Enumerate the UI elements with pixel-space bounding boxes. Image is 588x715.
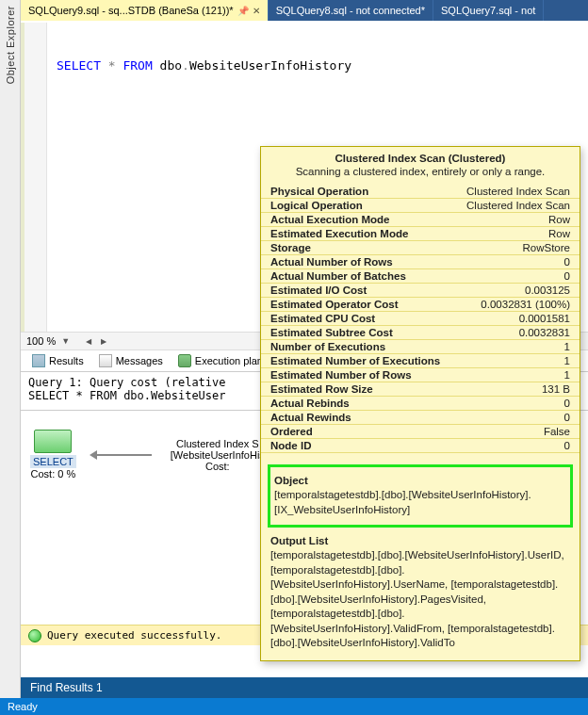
tooltip-row: Logical OperationClustered Index Scan — [261, 199, 580, 213]
tab-label: SQLQuery7.sql - not — [441, 5, 535, 16]
tooltip-row: Estimated Execution ModeRow — [261, 227, 580, 241]
zoom-dropdown-icon[interactable]: ▼ — [59, 336, 70, 346]
tooltip-object-section: Object [temporalstagetestdb].[dbo].[Webs… — [268, 464, 573, 528]
ide-status-bar: Ready — [0, 698, 588, 715]
plan-tooltip: Clustered Index Scan (Clustered) Scannin… — [260, 146, 580, 661]
zoom-value: 100 % — [26, 335, 56, 347]
select-cost: Cost: 0 % — [30, 468, 76, 479]
plan-connector — [95, 454, 152, 456]
tab-query9[interactable]: SQLQuery9.sql - sq...STDB (BaneSa (121))… — [21, 0, 269, 21]
tooltip-row: Actual Number of Rows0 — [261, 255, 580, 269]
tooltip-subtitle: Scanning a clustered index, entirely or … — [261, 166, 580, 185]
tooltip-row: Node ID0 — [261, 439, 580, 453]
select-op-icon — [34, 430, 72, 453]
close-icon[interactable]: ✕ — [253, 6, 260, 16]
tooltip-row: Estimated CPU Cost0.0001581 — [261, 312, 580, 326]
tooltip-title: Clustered Index Scan (Clustered) — [261, 147, 580, 166]
tooltip-row: Estimated Operator Cost0.0032831 (100%) — [261, 298, 580, 312]
tab-label: SQLQuery8.sql - not connected* — [276, 5, 425, 16]
plan-node-select[interactable]: SELECT Cost: 0 % — [30, 430, 76, 479]
object-explorer-panel[interactable]: Object Explorer — [0, 0, 21, 715]
tooltip-row: Actual Rewinds0 — [261, 411, 580, 425]
tooltip-row: Actual Number of Batches0 — [261, 269, 580, 284]
document-tabs: SQLQuery9.sql - sq...STDB (BaneSa (121))… — [21, 0, 588, 21]
output-list-text: [temporalstagetestdb].[dbo].[WebsiteUser… — [261, 548, 580, 655]
tab-query8[interactable]: SQLQuery8.sql - not connected* — [269, 0, 433, 21]
message-icon — [99, 354, 112, 367]
select-op-label: SELECT — [30, 455, 76, 468]
tooltip-row: Estimated Subtree Cost0.0032831 — [261, 326, 580, 340]
tooltip-row: Estimated I/O Cost0.003125 — [261, 284, 580, 298]
nav-right-icon[interactable]: ▶ — [98, 337, 109, 346]
tooltip-row: OrderedFalse — [261, 425, 580, 439]
tooltip-row: StorageRowStore — [261, 241, 580, 255]
tab-messages[interactable]: Messages — [93, 352, 169, 369]
tab-execution-plan[interactable]: Execution plan — [172, 352, 269, 369]
success-icon — [28, 629, 41, 642]
tooltip-row: Estimated Number of Executions1 — [261, 354, 580, 368]
kw-from: FROM — [122, 58, 152, 73]
object-text: [temporalstagetestdb].[dbo].[WebsiteUser… — [274, 488, 566, 521]
tab-results[interactable]: Results — [26, 352, 90, 369]
pin-icon[interactable]: 📌 — [237, 6, 249, 16]
tooltip-row: Estimated Row Size131 B — [261, 382, 580, 397]
plan-node-scan[interactable]: Clustered Index S [WebsiteUserInfoHis Co… — [171, 438, 265, 472]
find-results-panel[interactable]: Find Results 1 — [21, 677, 588, 698]
tooltip-row: Estimated Number of Rows1 — [261, 368, 580, 382]
plan-icon — [178, 354, 191, 367]
tooltip-row: Actual Rebinds0 — [261, 397, 580, 411]
grid-icon — [32, 354, 45, 367]
tooltip-row: Physical OperationClustered Index Scan — [261, 185, 580, 199]
editor-gutter — [21, 23, 47, 332]
tooltip-row: Number of Executions1 — [261, 340, 580, 354]
output-list-label: Output List — [261, 531, 580, 548]
tooltip-row: Actual Execution ModeRow — [261, 213, 580, 227]
object-explorer-label: Object Explorer — [5, 6, 16, 84]
tab-label: SQLQuery9.sql - sq...STDB (BaneSa (121))… — [28, 5, 234, 16]
kw-select: SELECT — [57, 58, 101, 73]
tab-query7[interactable]: SQLQuery7.sql - not — [433, 0, 544, 21]
nav-left-icon[interactable]: ◀ — [83, 337, 94, 346]
object-label: Object — [274, 471, 566, 488]
status-text: Query executed successfully. — [47, 629, 221, 642]
